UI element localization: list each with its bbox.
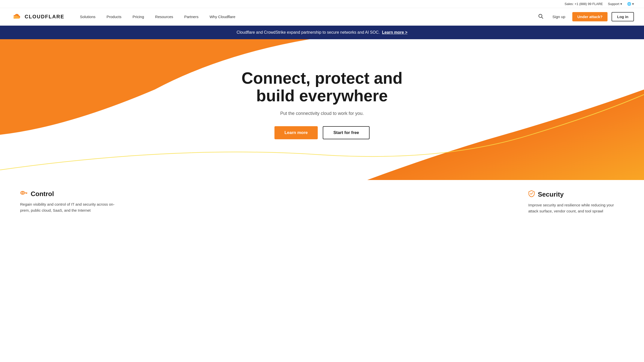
feature-security-desc: Improve security and resilience while re… <box>528 202 624 214</box>
hero-subtitle: Put the connectivity cloud to work for y… <box>280 111 364 116</box>
nav-partners[interactable]: Partners <box>179 8 204 26</box>
control-icon <box>20 190 28 198</box>
nav-solutions[interactable]: Solutions <box>74 8 101 26</box>
nav-why-cloudflare[interactable]: Why Cloudflare <box>204 8 241 26</box>
hero-section: Connect, protect and build everywhere Pu… <box>0 39 644 185</box>
search-button[interactable] <box>536 12 545 21</box>
svg-line-1 <box>542 17 543 18</box>
signup-button[interactable]: Sign up <box>549 13 568 21</box>
logo-text: CLOUDFLARE <box>25 14 64 20</box>
main-header: CLOUDFLARE Solutions Products Pricing Re… <box>0 8 644 26</box>
svg-point-2 <box>21 191 25 194</box>
under-attack-button[interactable]: Under attack? <box>572 12 608 21</box>
hero-buttons: Learn more Start for free <box>274 126 370 139</box>
feature-control: Control Regain visibility and control of… <box>20 190 116 214</box>
svg-point-3 <box>22 192 23 194</box>
nav-pricing[interactable]: Pricing <box>127 8 150 26</box>
feature-security-title: Security <box>528 190 624 199</box>
hero-start-free-button[interactable]: Start for free <box>323 126 370 139</box>
feature-control-desc: Regain visibility and control of IT and … <box>20 201 116 213</box>
globe-icon: 🌐 <box>627 2 631 6</box>
hero-title: Connect, protect and build everywhere <box>242 69 403 105</box>
top-bar: Sales: +1 (888) 99 FLARE Support ▾ 🌐 ▾ <box>0 0 644 8</box>
announcement-text: Cloudflare and CrowdStrike expand partne… <box>236 30 381 34</box>
sales-info: Sales: +1 (888) 99 FLARE <box>565 2 603 6</box>
announcement-banner: Cloudflare and CrowdStrike expand partne… <box>0 26 644 39</box>
nav-products[interactable]: Products <box>101 8 127 26</box>
hero-content: Connect, protect and build everywhere Pu… <box>0 39 644 154</box>
announcement-link[interactable]: Learn more > <box>382 30 408 34</box>
feature-security: Security Improve security and resilience… <box>528 190 624 214</box>
header-actions: Sign up Under attack? Log in <box>536 12 634 21</box>
language-selector[interactable]: 🌐 ▾ <box>627 2 634 6</box>
main-nav: Solutions Products Pricing Resources Par… <box>74 8 536 26</box>
security-icon <box>528 190 535 199</box>
hero-learn-more-button[interactable]: Learn more <box>274 126 318 139</box>
nav-resources[interactable]: Resources <box>150 8 179 26</box>
support-menu[interactable]: Support ▾ <box>608 2 622 6</box>
logo-area[interactable]: CLOUDFLARE <box>10 13 64 21</box>
login-button[interactable]: Log in <box>612 12 634 21</box>
cloudflare-logo-icon <box>10 13 22 21</box>
feature-control-title: Control <box>20 190 116 198</box>
features-section: Control Regain visibility and control of… <box>0 180 644 229</box>
